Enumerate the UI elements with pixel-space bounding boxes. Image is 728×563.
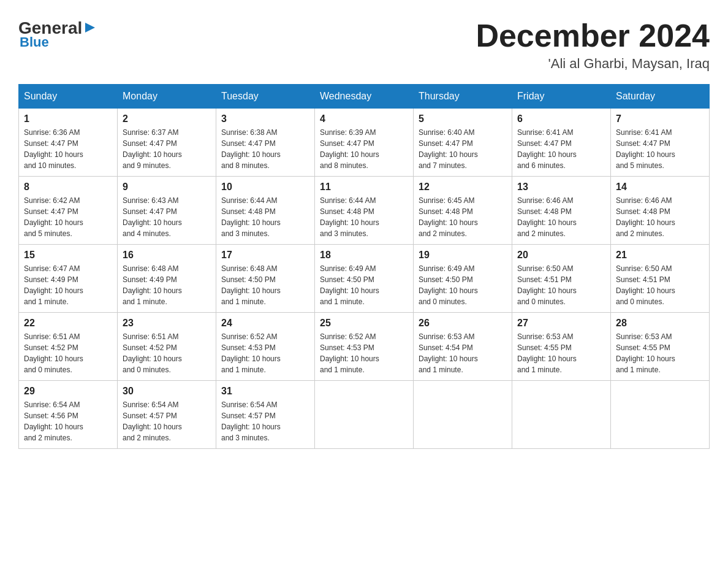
calendar-cell: 28 Sunrise: 6:53 AM Sunset: 4:55 PM Dayl… <box>611 313 710 381</box>
calendar-week-2: 8 Sunrise: 6:42 AM Sunset: 4:47 PM Dayli… <box>19 177 710 245</box>
calendar-week-1: 1 Sunrise: 6:36 AM Sunset: 4:47 PM Dayli… <box>19 109 710 177</box>
day-number: 29 <box>24 386 112 397</box>
day-info: Sunrise: 6:38 AM Sunset: 4:47 PM Dayligh… <box>221 127 309 171</box>
day-info: Sunrise: 6:36 AM Sunset: 4:47 PM Dayligh… <box>24 127 112 171</box>
day-number: 10 <box>221 182 309 193</box>
calendar-cell: 23 Sunrise: 6:51 AM Sunset: 4:52 PM Dayl… <box>118 313 216 381</box>
logo-blue: Blue <box>20 34 96 50</box>
day-number: 2 <box>123 113 211 124</box>
day-info: Sunrise: 6:50 AM Sunset: 4:51 PM Dayligh… <box>517 263 605 307</box>
day-number: 16 <box>123 250 211 261</box>
day-info: Sunrise: 6:54 AM Sunset: 4:56 PM Dayligh… <box>24 399 112 443</box>
day-header-saturday: Saturday <box>611 85 710 109</box>
day-info: Sunrise: 6:40 AM Sunset: 4:47 PM Dayligh… <box>419 127 507 171</box>
calendar-cell: 7 Sunrise: 6:41 AM Sunset: 4:47 PM Dayli… <box>611 109 710 177</box>
day-number: 13 <box>517 182 605 193</box>
day-number: 21 <box>616 250 704 261</box>
day-info: Sunrise: 6:51 AM Sunset: 4:52 PM Dayligh… <box>24 331 112 375</box>
day-info: Sunrise: 6:53 AM Sunset: 4:55 PM Dayligh… <box>616 331 704 375</box>
day-number: 6 <box>517 113 605 124</box>
day-header-wednesday: Wednesday <box>315 85 414 109</box>
calendar-cell: 8 Sunrise: 6:42 AM Sunset: 4:47 PM Dayli… <box>19 177 118 245</box>
calendar-cell: 11 Sunrise: 6:44 AM Sunset: 4:48 PM Dayl… <box>315 177 414 245</box>
calendar-week-4: 22 Sunrise: 6:51 AM Sunset: 4:52 PM Dayl… <box>19 313 710 381</box>
day-info: Sunrise: 6:48 AM Sunset: 4:50 PM Dayligh… <box>221 263 309 307</box>
day-number: 24 <box>221 318 309 329</box>
calendar-cell <box>315 381 414 449</box>
calendar-cell: 3 Sunrise: 6:38 AM Sunset: 4:47 PM Dayli… <box>216 109 315 177</box>
day-header-thursday: Thursday <box>414 85 512 109</box>
day-info: Sunrise: 6:41 AM Sunset: 4:47 PM Dayligh… <box>616 127 704 171</box>
calendar-cell: 2 Sunrise: 6:37 AM Sunset: 4:47 PM Dayli… <box>118 109 216 177</box>
day-number: 1 <box>24 113 112 124</box>
calendar-cell: 9 Sunrise: 6:43 AM Sunset: 4:47 PM Dayli… <box>118 177 216 245</box>
calendar-cell: 16 Sunrise: 6:48 AM Sunset: 4:49 PM Dayl… <box>118 245 216 313</box>
page-header: General Blue December 2024 'Ali al Gharb… <box>18 18 710 72</box>
logo: General Blue <box>18 18 96 50</box>
day-info: Sunrise: 6:48 AM Sunset: 4:49 PM Dayligh… <box>123 263 211 307</box>
day-number: 14 <box>616 182 704 193</box>
calendar-cell: 26 Sunrise: 6:53 AM Sunset: 4:54 PM Dayl… <box>414 313 512 381</box>
day-info: Sunrise: 6:53 AM Sunset: 4:55 PM Dayligh… <box>517 331 605 375</box>
calendar-cell: 14 Sunrise: 6:46 AM Sunset: 4:48 PM Dayl… <box>611 177 710 245</box>
day-number: 17 <box>221 250 309 261</box>
day-number: 12 <box>419 182 507 193</box>
calendar-cell: 21 Sunrise: 6:50 AM Sunset: 4:51 PM Dayl… <box>611 245 710 313</box>
day-header-sunday: Sunday <box>19 85 118 109</box>
day-number: 27 <box>517 318 605 329</box>
svg-marker-0 <box>85 23 95 33</box>
month-title: December 2024 <box>476 18 710 53</box>
calendar-cell <box>414 381 512 449</box>
day-number: 28 <box>616 318 704 329</box>
day-info: Sunrise: 6:49 AM Sunset: 4:50 PM Dayligh… <box>320 263 408 307</box>
day-info: Sunrise: 6:52 AM Sunset: 4:53 PM Dayligh… <box>221 331 309 375</box>
calendar-cell: 31 Sunrise: 6:54 AM Sunset: 4:57 PM Dayl… <box>216 381 315 449</box>
day-info: Sunrise: 6:51 AM Sunset: 4:52 PM Dayligh… <box>123 331 211 375</box>
calendar-cell: 12 Sunrise: 6:45 AM Sunset: 4:48 PM Dayl… <box>414 177 512 245</box>
day-info: Sunrise: 6:49 AM Sunset: 4:50 PM Dayligh… <box>419 263 507 307</box>
day-info: Sunrise: 6:46 AM Sunset: 4:48 PM Dayligh… <box>616 195 704 239</box>
calendar-header-row: SundayMondayTuesdayWednesdayThursdayFrid… <box>19 85 710 109</box>
calendar-cell <box>611 381 710 449</box>
day-info: Sunrise: 6:47 AM Sunset: 4:49 PM Dayligh… <box>24 263 112 307</box>
calendar-cell: 27 Sunrise: 6:53 AM Sunset: 4:55 PM Dayl… <box>512 313 611 381</box>
calendar-cell <box>512 381 611 449</box>
day-info: Sunrise: 6:37 AM Sunset: 4:47 PM Dayligh… <box>123 127 211 171</box>
day-number: 7 <box>616 113 704 124</box>
day-number: 25 <box>320 318 408 329</box>
day-number: 15 <box>24 250 112 261</box>
day-number: 19 <box>419 250 507 261</box>
day-info: Sunrise: 6:44 AM Sunset: 4:48 PM Dayligh… <box>320 195 408 239</box>
day-number: 4 <box>320 113 408 124</box>
day-info: Sunrise: 6:54 AM Sunset: 4:57 PM Dayligh… <box>221 399 309 443</box>
day-header-monday: Monday <box>118 85 216 109</box>
calendar-cell: 19 Sunrise: 6:49 AM Sunset: 4:50 PM Dayl… <box>414 245 512 313</box>
day-info: Sunrise: 6:54 AM Sunset: 4:57 PM Dayligh… <box>123 399 211 443</box>
day-number: 3 <box>221 113 309 124</box>
day-info: Sunrise: 6:50 AM Sunset: 4:51 PM Dayligh… <box>616 263 704 307</box>
calendar-week-5: 29 Sunrise: 6:54 AM Sunset: 4:56 PM Dayl… <box>19 381 710 449</box>
calendar-cell: 30 Sunrise: 6:54 AM Sunset: 4:57 PM Dayl… <box>118 381 216 449</box>
day-info: Sunrise: 6:44 AM Sunset: 4:48 PM Dayligh… <box>221 195 309 239</box>
day-number: 9 <box>123 182 211 193</box>
calendar-cell: 24 Sunrise: 6:52 AM Sunset: 4:53 PM Dayl… <box>216 313 315 381</box>
day-info: Sunrise: 6:41 AM Sunset: 4:47 PM Dayligh… <box>517 127 605 171</box>
day-info: Sunrise: 6:45 AM Sunset: 4:48 PM Dayligh… <box>419 195 507 239</box>
calendar-cell: 29 Sunrise: 6:54 AM Sunset: 4:56 PM Dayl… <box>19 381 118 449</box>
day-info: Sunrise: 6:53 AM Sunset: 4:54 PM Dayligh… <box>419 331 507 375</box>
day-info: Sunrise: 6:52 AM Sunset: 4:53 PM Dayligh… <box>320 331 408 375</box>
calendar-cell: 4 Sunrise: 6:39 AM Sunset: 4:47 PM Dayli… <box>315 109 414 177</box>
calendar-cell: 17 Sunrise: 6:48 AM Sunset: 4:50 PM Dayl… <box>216 245 315 313</box>
calendar-week-3: 15 Sunrise: 6:47 AM Sunset: 4:49 PM Dayl… <box>19 245 710 313</box>
day-number: 22 <box>24 318 112 329</box>
day-number: 31 <box>221 386 309 397</box>
day-number: 26 <box>419 318 507 329</box>
calendar-cell: 18 Sunrise: 6:49 AM Sunset: 4:50 PM Dayl… <box>315 245 414 313</box>
day-info: Sunrise: 6:39 AM Sunset: 4:47 PM Dayligh… <box>320 127 408 171</box>
calendar-cell: 10 Sunrise: 6:44 AM Sunset: 4:48 PM Dayl… <box>216 177 315 245</box>
calendar-table: SundayMondayTuesdayWednesdayThursdayFrid… <box>18 84 710 449</box>
day-info: Sunrise: 6:46 AM Sunset: 4:48 PM Dayligh… <box>517 195 605 239</box>
location-title: 'Ali al Gharbi, Maysan, Iraq <box>476 56 710 72</box>
day-number: 30 <box>123 386 211 397</box>
calendar-cell: 13 Sunrise: 6:46 AM Sunset: 4:48 PM Dayl… <box>512 177 611 245</box>
